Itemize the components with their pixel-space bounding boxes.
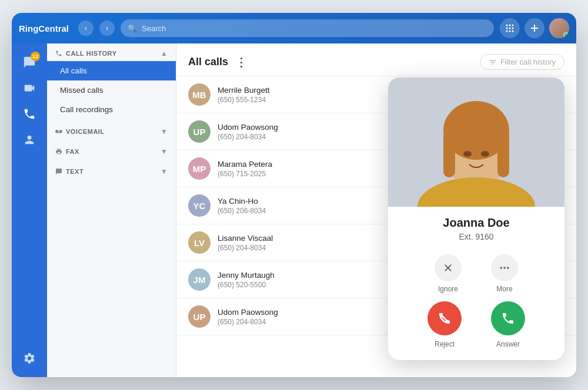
text-label: TEXT — [55, 168, 83, 175]
call-avatar-initials: UP — [193, 127, 206, 137]
svg-point-3 — [506, 28, 508, 29]
call-avatar-initials: LV — [194, 238, 205, 248]
caller-photo-svg — [388, 78, 564, 207]
sidebar-icon-settings[interactable] — [18, 347, 41, 370]
nav-back-button[interactable]: ‹ — [78, 21, 93, 36]
svg-point-6 — [506, 31, 508, 32]
add-button[interactable] — [524, 18, 544, 38]
call-history-header[interactable]: CALL HISTORY ▲ — [47, 43, 176, 61]
svg-point-23 — [503, 267, 505, 268]
sidebar-icon-contacts[interactable] — [18, 128, 41, 152]
title-bar: RingCentral ‹ › 🔍 Search — [12, 13, 576, 43]
svg-point-19 — [463, 151, 472, 157]
nav-forward-button[interactable]: › — [99, 21, 115, 36]
caller-info: Joanna Doe Ext. 9160 — [388, 207, 564, 247]
sidebar-icon-messages[interactable]: 12 — [18, 51, 41, 74]
call-avatar: UP — [188, 305, 211, 328]
incoming-call-card: Joanna Doe Ext. 9160 Ignore More — [388, 78, 564, 360]
caller-photo — [388, 78, 564, 207]
more-options-icon[interactable]: ⋮ — [235, 55, 247, 69]
caller-name: Joanna Doe — [400, 216, 553, 230]
ignore-button[interactable]: Ignore — [435, 254, 462, 293]
svg-point-5 — [512, 28, 514, 29]
ignore-icon — [435, 254, 462, 281]
svg-point-0 — [506, 25, 508, 26]
call-avatar: YC — [188, 194, 211, 217]
text-section: TEXT ▼ — [47, 162, 176, 179]
content-title-group: All calls ⋮ — [188, 55, 247, 69]
call-avatar-initials: JM — [193, 275, 206, 285]
filter-icon — [489, 58, 497, 66]
online-status-dot — [563, 32, 569, 38]
svg-point-4 — [509, 28, 511, 29]
grid-button[interactable] — [500, 18, 520, 38]
svg-point-2 — [512, 25, 514, 26]
fax-section: FAX ▼ — [47, 142, 176, 159]
nav-item-call-recordings[interactable]: Call recordings — [47, 100, 176, 119]
filter-bar[interactable]: Filter call history — [480, 54, 564, 70]
call-history-chevron: ▲ — [161, 49, 168, 58]
call-avatar-initials: MB — [192, 90, 206, 100]
search-bar[interactable]: 🔍 Search — [121, 19, 494, 37]
more-button[interactable]: More — [491, 254, 518, 293]
content-header: All calls ⋮ Filter call history — [176, 43, 576, 76]
svg-point-1 — [509, 25, 511, 26]
more-label: More — [496, 285, 512, 293]
nav-item-missed-calls[interactable]: Missed calls — [47, 80, 176, 100]
text-chevron: ▼ — [161, 167, 168, 176]
caller-ext: Ext. 9160 — [400, 232, 553, 241]
nav-item-all-calls[interactable]: All calls — [47, 61, 176, 80]
svg-point-22 — [500, 267, 502, 268]
app-container: RingCentral ‹ › 🔍 Search — [12, 13, 576, 377]
voicemail-section: VOICEMAIL ▼ — [47, 122, 176, 139]
sidebar: 12 — [12, 43, 47, 377]
svg-rect-10 — [531, 28, 538, 29]
voicemail-header[interactable]: VOICEMAIL ▼ — [47, 122, 176, 139]
svg-point-24 — [507, 267, 509, 268]
svg-point-8 — [512, 31, 514, 32]
sidebar-icon-video[interactable] — [18, 76, 41, 100]
call-actions-bottom: Reject Answer — [388, 295, 564, 360]
reject-group: Reject — [427, 301, 462, 348]
svg-rect-18 — [497, 130, 509, 177]
messages-badge: 12 — [31, 52, 40, 61]
more-icon — [491, 254, 518, 281]
voicemail-label: VOICEMAIL — [55, 128, 105, 135]
call-avatar: LV — [188, 231, 211, 254]
search-placeholder: Search — [142, 24, 166, 33]
all-calls-title: All calls — [188, 56, 228, 68]
svg-rect-17 — [443, 130, 455, 177]
call-history-label: CALL HISTORY — [55, 50, 116, 57]
answer-group: Answer — [491, 301, 525, 348]
call-avatar: JM — [188, 268, 211, 291]
call-avatar-initials: YC — [193, 201, 206, 211]
fax-header[interactable]: FAX ▼ — [47, 142, 176, 159]
call-avatar: MP — [188, 157, 211, 180]
ignore-label: Ignore — [438, 285, 458, 293]
app-title: RingCentral — [19, 23, 69, 33]
reject-button[interactable] — [427, 301, 462, 335]
text-header[interactable]: TEXT ▼ — [47, 162, 176, 179]
answer-label: Answer — [496, 340, 520, 348]
answer-button[interactable] — [491, 301, 525, 335]
filter-placeholder: Filter call history — [500, 58, 556, 66]
user-avatar[interactable] — [549, 18, 569, 38]
call-avatar-initials: UP — [193, 312, 206, 322]
call-avatar: MB — [188, 83, 211, 106]
reject-label: Reject — [435, 340, 455, 348]
voicemail-chevron: ▼ — [161, 127, 168, 136]
call-avatar: UP — [188, 120, 211, 143]
fax-chevron: ▼ — [161, 147, 168, 156]
title-bar-right — [500, 18, 569, 38]
fax-label: FAX — [55, 148, 79, 155]
sidebar-icon-phone[interactable] — [18, 102, 41, 126]
call-actions-top: Ignore More — [388, 247, 564, 295]
call-history-section: CALL HISTORY ▲ All calls Missed calls Ca… — [47, 43, 176, 119]
nav-panel: CALL HISTORY ▲ All calls Missed calls Ca… — [47, 43, 176, 377]
call-avatar-initials: MP — [193, 164, 206, 174]
svg-point-7 — [509, 31, 511, 32]
search-icon: 🔍 — [128, 24, 137, 33]
svg-point-20 — [481, 151, 489, 157]
